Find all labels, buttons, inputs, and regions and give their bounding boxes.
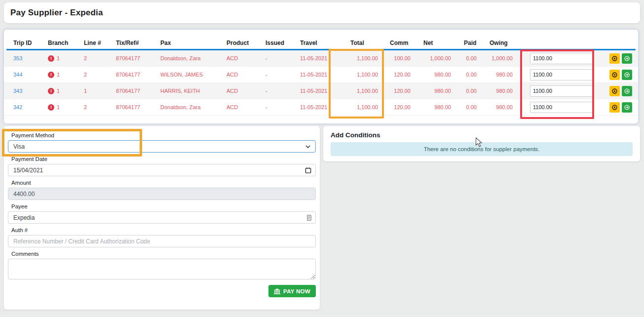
branch-value: 1 <box>57 72 60 78</box>
row-amount-input[interactable] <box>530 69 594 80</box>
payment-form: Payment Method Visa Payment Date Amount … <box>4 126 320 310</box>
conditions-empty-message: There are no conditions for suppler paym… <box>424 146 540 152</box>
travel-date: 11-05-2021 <box>300 55 350 61</box>
paid-amount: 0.00 <box>464 72 490 78</box>
travel-date: 11-05-2021 <box>300 72 350 78</box>
comm-amount: 120.00 <box>390 72 423 78</box>
trip-id-link[interactable]: 344 <box>13 72 22 78</box>
col-line: Line # <box>84 40 116 46</box>
product-code: ACD <box>227 88 265 94</box>
comments-textarea[interactable] <box>8 259 316 279</box>
page-header: Pay Supplier - Expedia <box>4 2 640 23</box>
conditions-title: Add Conditions <box>331 131 633 139</box>
owing-amount: 980.00 <box>490 72 526 78</box>
issued-date: - <box>265 55 300 61</box>
pay-now-label: PAY NOW <box>283 288 310 294</box>
conditions-panel: Add Conditions There are no conditions f… <box>323 126 640 161</box>
col-total: Total <box>350 40 390 46</box>
row-amount-input[interactable] <box>530 102 594 113</box>
col-paid: Paid <box>464 40 490 46</box>
circle-arrow-button[interactable] <box>622 53 632 64</box>
tix-ref: 87064177 <box>116 104 160 110</box>
exclamation-circle-icon: ! <box>48 88 54 94</box>
col-trip-id: Trip ID <box>13 40 48 46</box>
pay-supplier-page: Pay Supplier - Expedia Trip ID Branch Li… <box>0 0 644 317</box>
payee-label: Payee <box>8 203 316 209</box>
line-number: 2 <box>84 104 116 110</box>
pax-name: HARRIS, KEITH <box>160 88 227 94</box>
paid-amount: 0.00 <box>464 104 490 110</box>
comments-label: Comments <box>8 251 316 257</box>
conditions-empty-banner: There are no conditions for suppler paym… <box>331 142 633 156</box>
net-amount: 980.00 <box>423 72 464 78</box>
branch-value: 1 <box>57 88 60 94</box>
paid-amount: 0.00 <box>464 55 490 61</box>
product-code: ACD <box>227 55 265 61</box>
exclamation-circle-icon: ! <box>48 72 54 78</box>
col-issued: Issued <box>265 40 300 46</box>
trip-id-link[interactable]: 342 <box>13 104 22 110</box>
circle-dot-button[interactable] <box>609 102 620 113</box>
trip-id-link[interactable]: 343 <box>13 88 22 94</box>
pay-now-button[interactable]: PAY NOW <box>268 285 316 297</box>
col-tix-ref: Tix/Ref# <box>116 40 160 46</box>
contact-card-icon[interactable] <box>307 215 311 221</box>
tix-ref: 87064177 <box>116 55 160 61</box>
total-amount: 1,100.00 <box>350 88 390 94</box>
col-travel: Travel <box>300 40 350 46</box>
comm-amount: 120.00 <box>390 88 423 94</box>
payment-method-label: Payment Method <box>8 132 316 138</box>
table-row: 343 ! 1 1 87064177 HARRIS, KEITH ACD - 1… <box>4 83 638 99</box>
row-amount-input[interactable] <box>530 85 594 97</box>
col-net: Net <box>423 40 464 46</box>
branch-value: 1 <box>57 55 60 61</box>
circle-arrow-button[interactable] <box>622 102 632 113</box>
auth-input[interactable] <box>8 235 316 247</box>
total-amount: 1,100.00 <box>350 104 390 110</box>
circle-dot-button[interactable] <box>609 86 620 96</box>
chevron-down-icon <box>305 145 310 148</box>
payment-method-select[interactable]: Visa <box>8 140 316 153</box>
bank-icon <box>274 288 280 294</box>
col-comm: Comm <box>390 40 423 46</box>
circle-arrow-button[interactable] <box>622 86 632 96</box>
line-number: 2 <box>84 55 116 61</box>
owing-amount: 980.00 <box>490 104 526 110</box>
travel-date: 11-05-2021 <box>300 88 350 94</box>
product-code: ACD <box>227 104 265 110</box>
issued-date: - <box>265 72 300 78</box>
trip-id-link[interactable]: 353 <box>13 55 22 61</box>
comm-amount: 120.00 <box>390 104 423 110</box>
circle-arrow-button[interactable] <box>622 70 632 80</box>
tix-ref: 87064177 <box>116 72 160 78</box>
line-number: 1 <box>84 88 116 94</box>
payee-input[interactable] <box>8 211 316 224</box>
payment-method-value: Visa <box>13 143 25 150</box>
comm-amount: 100.00 <box>390 55 423 61</box>
net-amount: 980.00 <box>423 104 464 110</box>
col-branch: Branch <box>48 40 84 46</box>
pax-name: Donaldson, Zara <box>160 104 227 110</box>
owing-amount: 980.00 <box>490 88 526 94</box>
total-amount: 1,100.00 <box>350 72 390 78</box>
product-code: ACD <box>227 72 265 78</box>
exclamation-circle-icon: ! <box>48 55 54 62</box>
payment-date-label: Payment Date <box>8 156 316 162</box>
circle-dot-button[interactable] <box>609 53 620 64</box>
circle-dot-button[interactable] <box>609 70 620 80</box>
calendar-icon[interactable] <box>305 167 311 173</box>
amount-input <box>8 188 316 200</box>
table-row: 342 ! 1 2 87064177 Donaldson, Zara ACD -… <box>4 99 638 116</box>
total-amount: 1,100.00 <box>350 55 390 61</box>
owing-amount: 1,000.00 <box>490 55 526 61</box>
row-amount-input[interactable] <box>530 53 594 64</box>
issued-date: - <box>265 104 300 110</box>
table-header-row: Trip ID Branch Line # Tix/Ref# Pax Produ… <box>4 37 638 49</box>
pax-name: Donaldson, Zara <box>160 55 227 61</box>
trips-table: Trip ID Branch Line # Tix/Ref# Pax Produ… <box>4 30 638 123</box>
table-row: 344 ! 1 2 87064177 WILSON, JAMES ACD - 1… <box>4 67 638 83</box>
payment-date-input[interactable] <box>8 164 316 176</box>
travel-date: 11-05-2021 <box>300 104 350 110</box>
col-pax: Pax <box>160 40 227 46</box>
net-amount: 1,000.00 <box>423 55 464 61</box>
